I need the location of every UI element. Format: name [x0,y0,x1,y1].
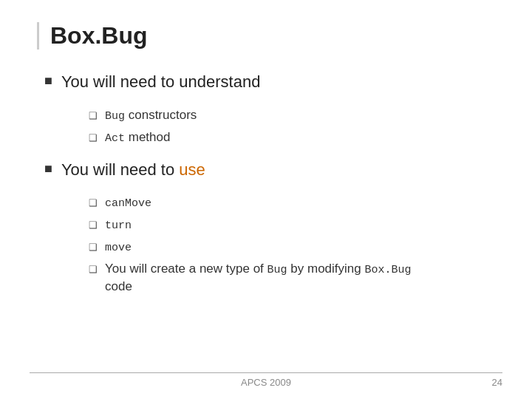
text-create-3: code [105,279,132,293]
sub-text-constructors: Bug constructors [105,106,197,124]
sub-dot-5: ❑ [89,242,98,253]
bottom-line [30,372,502,373]
sub-bullet-constructors: ❑ Bug constructors [89,106,495,124]
sub-text-act: Act method [105,129,170,146]
footer-label: APCS 2009 [241,377,291,388]
text-create-1: You will create a new type of [105,262,267,276]
code-turn: turn [105,219,132,232]
code-boxbug: Box.Bug [364,264,411,276]
footer: APCS 2009 [0,377,532,388]
bullet-text-understand: You will need to understand [61,72,261,93]
sub-bullet-act: ❑ Act method [89,129,495,146]
slide-title: Box.Bug [50,22,148,49]
sub-dot-1: ❑ [89,110,98,121]
bullet-dot-1: ■ [44,73,52,89]
code-bug-2: Bug [267,264,287,276]
page-number: 24 [492,377,502,388]
title-bar: Box.Bug [37,22,495,50]
sub-dot-4: ❑ [89,219,98,231]
sub-bullet-canmove: ❑ canMove [89,194,495,211]
sub-bullets-understand: ❑ Bug constructors ❑ Act method [89,106,495,146]
sub-dot-2: ❑ [89,132,98,143]
text-constructors: constructors [125,108,197,122]
bullet-text-use: You will need to use [61,160,205,181]
code-move: move [105,242,132,254]
sub-text-canmove: canMove [105,194,151,211]
sub-text-create: You will create a new type of Bug by mod… [105,260,411,296]
sub-text-turn: turn [105,216,132,233]
sub-dot-6: ❑ [89,264,98,275]
slide: Box.Bug ■ You will need to understand ❑ … [0,0,532,399]
sub-bullet-create: ❑ You will create a new type of Bug by m… [89,260,495,296]
code-act: Act [105,132,125,145]
highlight-use: use [179,160,205,179]
sub-bullets-use: ❑ canMove ❑ turn ❑ move ❑ You w [89,194,495,296]
sub-text-move: move [105,238,132,256]
sub-dot-3: ❑ [89,197,98,208]
bullet-dot-2: ■ [44,161,52,177]
slide-content: ■ You will need to understand ❑ Bug cons… [37,72,495,296]
code-bug: Bug [105,110,125,123]
sub-bullet-turn: ❑ turn [89,216,495,233]
text-method: method [125,130,170,144]
main-bullet-understand: ■ You will need to understand [44,72,495,93]
text-create-2: by modifying [287,262,365,276]
sub-bullet-move: ❑ move [89,238,495,256]
main-bullet-use: ■ You will need to use [44,160,495,181]
code-canmove: canMove [105,197,151,210]
